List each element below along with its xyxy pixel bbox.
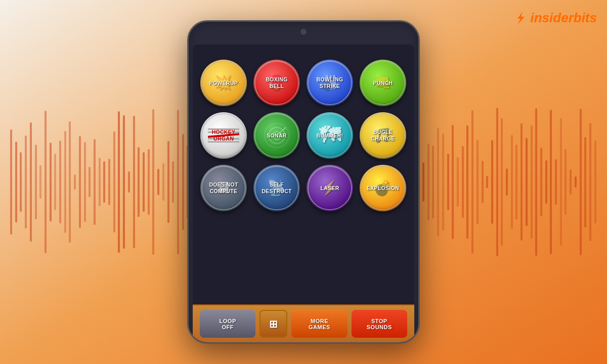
boxing-bell-button[interactable]: 🥊 BOXINGBELL bbox=[253, 60, 300, 106]
bottom-toolbar: LOOPOFF ⊞ MOREGAMES STOPSOUNDS bbox=[193, 304, 414, 342]
sonar-button[interactable]: SONAR bbox=[253, 112, 300, 159]
sonar-label: SONAR bbox=[267, 132, 286, 139]
more-games-label: MOREGAMES bbox=[309, 318, 330, 330]
laser-label: LASER bbox=[320, 185, 339, 192]
does-not-compute-button[interactable]: 🖥 DOES NOTCOMPUTE bbox=[200, 165, 247, 211]
hockey-organ-label: HOCKEYORGAN bbox=[212, 129, 236, 142]
svg-marker-0 bbox=[517, 12, 525, 25]
explosion-label: EXPLOSION bbox=[367, 185, 399, 192]
loop-off-label: LOOPOFF bbox=[220, 318, 236, 330]
explosion-button[interactable]: 💣 EXPLOSION bbox=[360, 165, 406, 211]
bummer-button[interactable]: 🗺 BUMMER! bbox=[307, 112, 353, 159]
bummer-label: BUMMER! bbox=[317, 132, 343, 139]
boxing-bell-label: BOXINGBELL bbox=[266, 76, 287, 89]
grid-button[interactable]: ⊞ bbox=[259, 310, 287, 338]
logo-lightning-icon bbox=[512, 11, 528, 26]
self-destruct-label: SELFDESTRUCT bbox=[262, 181, 292, 194]
bowling-strike-button[interactable]: 🎳 BOWLINGSTRIKE bbox=[307, 60, 353, 106]
self-destruct-button[interactable]: 📡 SELFDESTRUCT bbox=[253, 165, 300, 211]
bugle-charge-button[interactable]: 🎵 BUGLECHARGE bbox=[360, 112, 406, 159]
logo-prefix: insider bbox=[531, 10, 574, 25]
powerup-button[interactable]: 💥 POWERUP bbox=[200, 60, 247, 106]
stop-sounds-label: STOPSOUNDS bbox=[367, 318, 392, 330]
sound-buttons-grid: 💥 POWERUP 🥊 BOXINGBELL 🎳 BOWLINGSTRIKE 👊… bbox=[193, 50, 414, 216]
tablet-frame: 💥 POWERUP 🥊 BOXINGBELL 🎳 BOWLINGSTRIKE 👊… bbox=[187, 20, 420, 344]
more-games-button[interactable]: MOREGAMES bbox=[291, 310, 347, 338]
logo-text: insiderbits bbox=[531, 10, 597, 26]
bugle-charge-label: BUGLECHARGE bbox=[371, 129, 395, 142]
hockey-organ-button[interactable]: HOCKEYORGAN bbox=[200, 112, 247, 159]
laser-button[interactable]: ⚡ LASER bbox=[307, 165, 353, 211]
powerup-label: POWERUP bbox=[209, 80, 238, 86]
logo-container: insiderbits bbox=[512, 10, 597, 26]
bowling-strike-label: BOWLINGSTRIKE bbox=[317, 76, 343, 89]
punch-label: PUNCH bbox=[373, 80, 393, 86]
logo-suffix: bits bbox=[574, 10, 597, 25]
tablet-screen: 💥 POWERUP 🥊 BOXINGBELL 🎳 BOWLINGSTRIKE 👊… bbox=[193, 44, 414, 342]
does-not-compute-label: DOES NOTCOMPUTE bbox=[209, 181, 238, 194]
punch-button[interactable]: 👊 PUNCH bbox=[360, 60, 406, 106]
loop-off-button[interactable]: LOOPOFF bbox=[200, 310, 255, 338]
stop-sounds-button[interactable]: STOPSOUNDS bbox=[352, 310, 407, 338]
grid-icon: ⊞ bbox=[269, 318, 278, 330]
